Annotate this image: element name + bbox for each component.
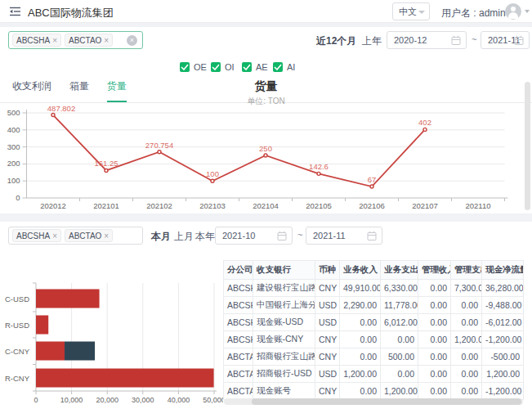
table-cell: ABCSHA [224, 331, 253, 348]
scrollbar-thumb[interactable] [252, 398, 521, 405]
checkbox-label: AE [256, 62, 268, 72]
checkbox-oe[interactable]: OE [180, 62, 207, 72]
column-header: 币种 [315, 261, 340, 280]
checkbox-label: OE [194, 62, 207, 72]
table-cell: ABCSHA [224, 314, 253, 331]
tag-label: ABCTAO [69, 231, 101, 240]
checkbox-check-icon [211, 62, 221, 72]
checkbox-ae[interactable]: AE [242, 62, 268, 72]
volume-panel: ABCSHA×ABCTAO× × OEOIAEAI 近12个月上年 2020-1… [0, 27, 532, 213]
table-cell: ABCSHA [224, 297, 253, 314]
tag-chip[interactable]: ABCSHA× [12, 34, 61, 47]
svg-text:402: 402 [418, 118, 431, 127]
app-header: ABC国际物流集团 中文 用户名 : admin [0, 0, 532, 23]
date-end-input-bottom[interactable]: 2021-11 [306, 227, 382, 245]
table-cell: 建设银行宝山路支行 [253, 280, 315, 297]
calendar-icon [277, 231, 287, 241]
menu-fold-icon[interactable] [9, 7, 21, 16]
user-menu-chevron-icon[interactable] [525, 10, 530, 13]
checkbox-label: OI [225, 62, 235, 72]
svg-text:67: 67 [368, 175, 377, 184]
range-separator: ~ [472, 34, 476, 44]
page-vertical-scrollbar[interactable] [525, 82, 530, 210]
table-cell: 49,910.00 [340, 280, 381, 297]
svg-text:10,000: 10,000 [60, 396, 83, 404]
date-start-input[interactable]: 2020-12 [387, 31, 467, 49]
column-header: 管理支出 [451, 261, 482, 280]
svg-text:202101: 202101 [93, 201, 119, 210]
remove-tag-icon[interactable]: × [52, 36, 57, 45]
cashflow-table: 分公司收支银行币种业务收入业务支出管理收入管理支出现金净流量ABCSHA建设银行… [223, 260, 524, 400]
svg-text:202012: 202012 [40, 201, 66, 210]
svg-text:202103: 202103 [199, 201, 226, 210]
table-cell: CNY [315, 348, 340, 366]
table-cell: 招商银行-USD [253, 366, 315, 383]
table-cell: ABCTAO [224, 348, 253, 366]
svg-text:202105: 202105 [306, 201, 332, 210]
tag-chip[interactable]: ABCTAO× [65, 229, 113, 242]
table-horizontal-scrollbar[interactable] [224, 398, 523, 405]
column-header: 现金净流量 [482, 261, 524, 280]
checkbox-oi[interactable]: OI [211, 62, 235, 72]
company-multiselect-bottom[interactable]: ABCSHA×ABCTAO× [8, 227, 143, 245]
tag-chip[interactable]: ABCSHA× [12, 229, 61, 242]
quick-link-2[interactable]: 上年 [362, 34, 382, 48]
quick-link-3[interactable]: 本年 [195, 230, 215, 244]
date-end-input[interactable]: 2021-11 [481, 31, 530, 49]
table-cell: 2,290.00 [340, 297, 381, 314]
remove-tag-icon[interactable]: × [52, 231, 57, 240]
column-header: 业务收入 [340, 261, 381, 280]
table-row: ABCSHA中国银行上海分行USD2,290.0011,778.000.000.… [224, 297, 524, 314]
svg-text:270.754: 270.754 [145, 141, 173, 150]
language-select-value: 中文 [399, 7, 417, 16]
table-cell: 中国银行上海分行 [253, 297, 315, 314]
calendar-icon [514, 35, 524, 46]
column-header: 业务支出 [381, 261, 418, 280]
table-cell: 11,778.00 [381, 297, 418, 314]
svg-text:20,000: 20,000 [96, 396, 118, 404]
table-cell: 0.00 [418, 366, 451, 383]
table-cell: 0.00 [451, 297, 482, 314]
table-cell: 现金账-USD [253, 314, 315, 331]
table-cell: 1,200.00 [451, 331, 482, 348]
table-row: ABCTAO招商银行-USDUSD1,200.000.000.000.001,2… [224, 366, 524, 383]
table-row: ABCSHA现金账-USDUSD0.006,012.000.000.00-6,0… [224, 314, 524, 331]
table-cell: ABCTAO [224, 383, 253, 400]
table-cell: 7,300.00 [451, 280, 482, 297]
table-cell: -1,200.00 [482, 331, 524, 348]
tag-chip[interactable]: ABCTAO× [65, 34, 113, 47]
table-cell: 现金账-CNY [253, 331, 315, 348]
table-cell: 招商银行宝山路支行 [253, 348, 315, 366]
svg-text:300: 300 [7, 142, 20, 151]
avatar[interactable] [505, 3, 521, 20]
table-cell: -1,200.00 [482, 383, 524, 400]
svg-text:C-USD: C-USD [5, 294, 29, 303]
checkbox-ai[interactable]: AI [273, 62, 295, 72]
table-row: ABCSHA现金账-CNYCNY0.000.000.001,200.00-1,2… [224, 331, 524, 348]
language-select[interactable]: 中文 [392, 2, 430, 20]
table-cell: CNY [315, 383, 340, 400]
table-cell: 0.00 [418, 280, 451, 297]
remove-tag-icon[interactable]: × [104, 36, 109, 45]
remove-tag-icon[interactable]: × [104, 231, 109, 240]
table-cell: 500.00 [381, 348, 418, 366]
svg-text:30,000: 30,000 [132, 396, 154, 404]
table-cell: 0.00 [340, 348, 381, 366]
app-title: ABC国际物流集团 [28, 6, 114, 20]
quick-link-2[interactable]: 上月 [174, 230, 194, 244]
table-row: ABCTAO招商银行宝山路支行CNY0.00500.000.000.00-500… [224, 348, 524, 366]
checkbox-label: AI [287, 62, 295, 72]
table-cell: 0.00 [381, 366, 418, 383]
date-start-input-bottom[interactable]: 2021-10 [215, 227, 293, 245]
column-header: 分公司 [224, 261, 253, 280]
company-multiselect[interactable]: ABCSHA×ABCTAO× × [8, 31, 143, 49]
quick-link-1[interactable]: 近12个月 [316, 34, 356, 48]
quick-link-1[interactable]: 本月 [151, 230, 171, 244]
dashboard-page: ABC国际物流集团 中文 用户名 : admin ABCSHA×ABCTAO× … [0, 0, 532, 409]
user-icon [511, 7, 516, 11]
column-header: 管理收入 [418, 261, 451, 280]
clear-icon[interactable]: × [127, 35, 137, 46]
table-cell: 0.00 [451, 314, 482, 331]
table-cell: 0.00 [451, 383, 482, 400]
table-cell: USD [315, 314, 340, 331]
